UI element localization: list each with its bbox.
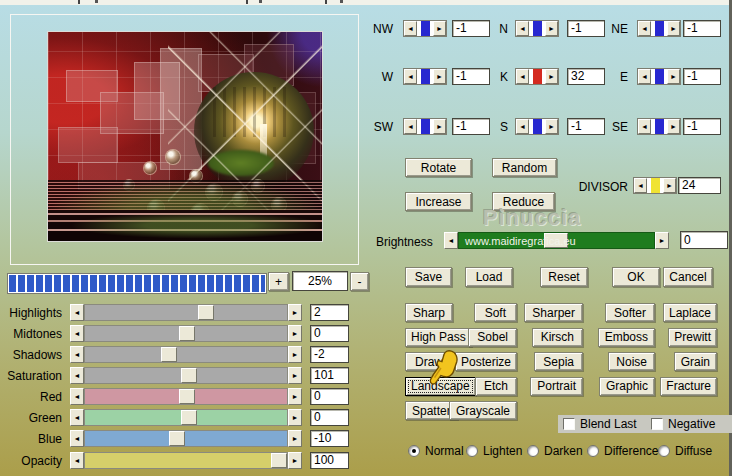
radio-normal[interactable]	[408, 445, 420, 457]
midtones-value-input[interactable]: 0	[310, 325, 349, 342]
right-arrow-icon[interactable]: ►	[667, 119, 680, 134]
negative-checkbox[interactable]	[651, 418, 663, 430]
preset-high-pass-button[interactable]: High Pass	[405, 328, 472, 347]
midtones-slider[interactable]	[84, 325, 288, 342]
preset-prewitt-button[interactable]: Prewitt	[668, 328, 717, 347]
reset-button[interactable]: Reset	[540, 267, 588, 287]
left-arrow-icon[interactable]: ◄	[516, 21, 529, 36]
shadows-value-input[interactable]: -2	[310, 346, 349, 363]
blue-left-arrow-icon[interactable]: ◄	[70, 430, 84, 447]
green-right-arrow-icon[interactable]: ►	[288, 409, 302, 426]
rotate-button[interactable]: Rotate	[405, 158, 472, 177]
preset-laplace-button[interactable]: Laplace	[663, 303, 717, 322]
right-arrow-icon[interactable]: ►	[545, 119, 558, 134]
zoom-in-button[interactable]: +	[268, 272, 289, 291]
random-button[interactable]: Random	[492, 158, 557, 177]
blend-mode-difference[interactable]: Difference	[587, 444, 658, 458]
preset-emboss-button[interactable]: Emboss	[598, 328, 655, 347]
left-arrow-icon[interactable]: ◄	[638, 21, 651, 36]
negative-checkbox-group[interactable]: Negative	[651, 417, 715, 431]
saturation-left-arrow-icon[interactable]: ◄	[70, 367, 84, 384]
right-arrow-icon[interactable]: ►	[667, 21, 680, 36]
matrix-sw-thumb[interactable]	[421, 119, 430, 134]
matrix-se-thumb[interactable]	[655, 119, 664, 134]
brightness-slider[interactable]: www.maidiregrafica.eu	[458, 232, 655, 249]
blend-last-checkbox[interactable]	[563, 418, 575, 430]
shadows-right-arrow-icon[interactable]: ►	[288, 346, 302, 363]
shadows-slider[interactable]	[84, 346, 288, 363]
blue-value-input[interactable]: -10	[310, 430, 349, 447]
preset-grayscale-button[interactable]: Grayscale	[449, 401, 517, 420]
matrix-e-value-input[interactable]: -1	[683, 68, 721, 85]
highlights-right-arrow-icon[interactable]: ►	[288, 304, 302, 321]
preset-soft-button[interactable]: Soft	[474, 303, 517, 322]
opacity-left-arrow-icon[interactable]: ◄	[70, 452, 84, 469]
left-arrow-icon[interactable]: ◄	[404, 21, 417, 36]
zoom-progress-bar[interactable]	[7, 273, 267, 294]
matrix-s-scrollbar[interactable]: ◄►	[515, 118, 559, 135]
matrix-k-scrollbar[interactable]: ◄►	[515, 68, 559, 85]
matrix-ne-value-input[interactable]: -1	[683, 20, 721, 37]
preset-portrait-button[interactable]: Portrait	[530, 377, 583, 396]
opacity-right-arrow-icon[interactable]: ►	[288, 452, 302, 469]
midtones-right-arrow-icon[interactable]: ►	[288, 325, 302, 342]
brightness-right-arrow-icon[interactable]: ►	[655, 232, 669, 249]
divisor-value-input[interactable]: 24	[678, 177, 721, 194]
preset-fracture-button[interactable]: Fracture	[660, 377, 717, 396]
matrix-nw-thumb[interactable]	[421, 21, 430, 36]
blend-mode-lighten[interactable]: Lighten	[466, 444, 522, 458]
preset-sobel-button[interactable]: Sobel	[468, 328, 517, 347]
preset-sharper-button[interactable]: Sharper	[524, 303, 583, 322]
matrix-e-thumb[interactable]	[655, 69, 664, 84]
blend-mode-normal[interactable]: Normal	[408, 444, 464, 458]
save-button[interactable]: Save	[405, 267, 452, 287]
left-arrow-icon[interactable]: ◄	[638, 119, 651, 134]
opacity-value-input[interactable]: 100	[310, 452, 349, 469]
saturation-slider[interactable]	[84, 367, 288, 384]
green-slider[interactable]	[84, 409, 288, 426]
green-value-input[interactable]: 0	[310, 409, 349, 426]
matrix-e-scrollbar[interactable]: ◄►	[637, 68, 681, 85]
radio-difference[interactable]	[587, 445, 599, 457]
left-arrow-icon[interactable]: ◄	[404, 69, 417, 84]
red-slider[interactable]	[84, 388, 288, 405]
preset-sepia-button[interactable]: Sepia	[534, 352, 583, 371]
highlights-value-input[interactable]: 2	[310, 304, 349, 321]
shadows-left-arrow-icon[interactable]: ◄	[70, 346, 84, 363]
preset-grain-button[interactable]: Grain	[674, 352, 717, 371]
brightness-value-input[interactable]: 0	[680, 231, 728, 249]
zoom-out-button[interactable]: -	[350, 272, 369, 291]
right-arrow-icon[interactable]: ►	[545, 21, 558, 36]
radio-diffuse[interactable]	[658, 445, 670, 457]
radio-lighten[interactable]	[466, 445, 478, 457]
red-left-arrow-icon[interactable]: ◄	[70, 388, 84, 405]
matrix-se-scrollbar[interactable]: ◄►	[637, 118, 681, 135]
preset-sharp-button[interactable]: Sharp	[405, 303, 453, 322]
blue-slider[interactable]	[84, 430, 288, 447]
brightness-left-arrow-icon[interactable]: ◄	[444, 232, 458, 249]
preset-kirsch-button[interactable]: Kirsch	[532, 328, 583, 347]
highlights-left-arrow-icon[interactable]: ◄	[70, 304, 84, 321]
matrix-w-scrollbar[interactable]: ◄►	[403, 68, 447, 85]
saturation-right-arrow-icon[interactable]: ►	[288, 367, 302, 384]
left-arrow-icon[interactable]: ◄	[516, 119, 529, 134]
preset-noise-button[interactable]: Noise	[608, 352, 655, 371]
left-arrow-icon[interactable]: ◄	[516, 69, 529, 84]
matrix-n-thumb[interactable]	[533, 21, 542, 36]
matrix-ne-thumb[interactable]	[655, 21, 664, 36]
preset-softer-button[interactable]: Softer	[605, 303, 655, 322]
highlights-slider[interactable]	[84, 304, 288, 321]
red-right-arrow-icon[interactable]: ►	[288, 388, 302, 405]
right-arrow-icon[interactable]: ►	[433, 69, 446, 84]
matrix-n-scrollbar[interactable]: ◄►	[515, 20, 559, 37]
matrix-nw-scrollbar[interactable]: ◄►	[403, 20, 447, 37]
preset-graphic-button[interactable]: Graphic	[599, 377, 655, 396]
matrix-w-thumb[interactable]	[421, 69, 430, 84]
blend-last-checkbox-group[interactable]: Blend Last	[563, 417, 637, 431]
load-button[interactable]: Load	[465, 267, 513, 287]
opacity-slider[interactable]	[84, 452, 288, 469]
right-arrow-icon[interactable]: ►	[433, 21, 446, 36]
preset-posterize-button[interactable]: Posterize	[455, 352, 517, 371]
matrix-se-value-input[interactable]: -1	[683, 118, 721, 135]
red-value-input[interactable]: 0	[310, 388, 349, 405]
